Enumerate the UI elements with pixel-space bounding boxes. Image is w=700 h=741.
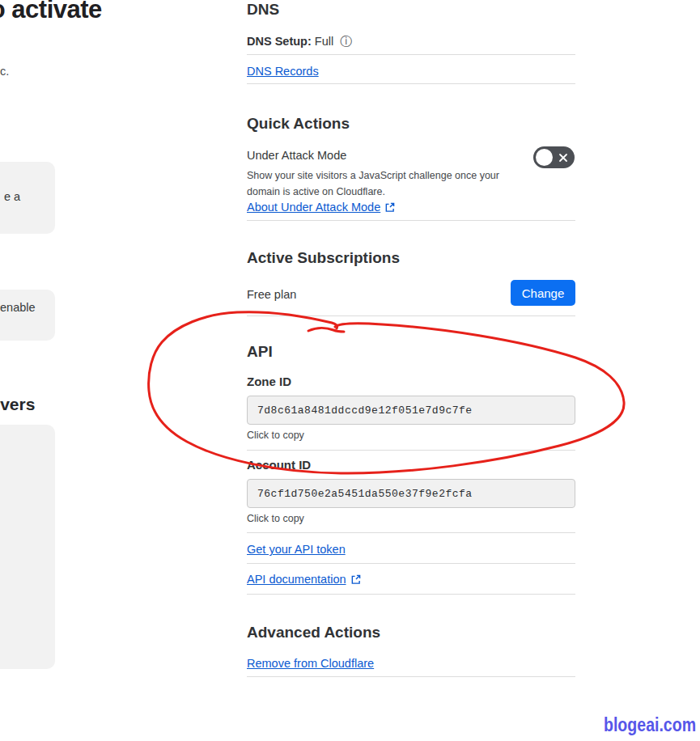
under-attack-mode-description: Show your site visitors a JavaScript cha…	[247, 167, 499, 200]
divider	[247, 220, 575, 221]
zone-id-copy-hint: Click to copy	[247, 430, 304, 441]
left-info-card: e a	[0, 162, 55, 234]
divider	[247, 450, 575, 451]
account-id-copy-hint: Click to copy	[247, 513, 304, 524]
zone-id-value-box[interactable]: 7d8c61a8481ddccd9e12f051e7d9c7fe	[247, 396, 575, 425]
info-icon[interactable]: ⓘ	[340, 34, 352, 48]
divider	[247, 54, 575, 55]
under-attack-mode-label: Under Attack Mode	[247, 149, 346, 162]
remove-from-cloudflare-link[interactable]: Remove from Cloudflare	[247, 657, 374, 670]
under-attack-mode-toggle[interactable]	[533, 146, 575, 168]
account-id-value-box[interactable]: 76cf1d750e2a5451da550e37f9e2fcfa	[247, 479, 575, 508]
account-id-value: 76cf1d750e2a5451da550e37f9e2fcfa	[248, 488, 473, 500]
api-documentation-link[interactable]: API documentation	[247, 573, 361, 586]
dns-setup-label: DNS Setup:	[247, 35, 312, 48]
api-section-title: API	[247, 343, 273, 361]
account-id-label: Account ID	[247, 458, 311, 472]
about-under-attack-mode-label: About Under Attack Mode	[247, 201, 380, 214]
dns-setup-row: DNS Setup: Full ⓘ	[247, 34, 352, 49]
divider	[247, 315, 575, 316]
page-title-fragment: to activate	[0, 0, 102, 24]
dns-records-link-label: DNS Records	[247, 65, 319, 78]
left-card-text-fragment: e a	[4, 190, 20, 203]
about-under-attack-mode-link[interactable]: About Under Attack Mode	[247, 201, 395, 214]
left-text-fragment: c.	[0, 65, 9, 78]
divider	[247, 676, 575, 677]
watermark: blogeai.com	[604, 714, 696, 736]
remove-from-cloudflare-label: Remove from Cloudflare	[247, 657, 374, 670]
active-subscriptions-section-title: Active Subscriptions	[247, 249, 400, 267]
api-documentation-label: API documentation	[247, 573, 346, 586]
toggle-knob	[536, 149, 553, 166]
quick-actions-section-title: Quick Actions	[247, 115, 350, 133]
change-plan-button[interactable]: Change	[511, 280, 575, 306]
left-info-card	[0, 425, 55, 669]
external-link-icon	[384, 202, 395, 213]
toggle-off-x-icon	[558, 153, 568, 163]
dns-records-link[interactable]: DNS Records	[247, 65, 319, 78]
get-api-token-label: Get your API token	[247, 543, 346, 556]
divider	[247, 532, 575, 533]
zone-id-value: 7d8c61a8481ddccd9e12f051e7d9c7fe	[248, 404, 473, 417]
plan-name: Free plan	[247, 288, 296, 301]
get-api-token-link[interactable]: Get your API token	[247, 543, 346, 556]
divider	[247, 594, 575, 595]
left-heading-fragment: rvers	[0, 395, 35, 414]
left-info-card: enable	[0, 290, 55, 341]
left-card-text-fragment: enable	[0, 301, 36, 314]
dns-section-title: DNS	[247, 1, 279, 19]
advanced-actions-section-title: Advanced Actions	[247, 624, 380, 641]
dns-setup-value: Full	[315, 35, 333, 48]
external-link-icon	[350, 574, 361, 585]
settings-column: DNS DNS Setup: Full ⓘ DNS Records Quick …	[247, 0, 575, 696]
divider	[247, 83, 575, 84]
divider	[247, 563, 575, 564]
zone-id-label: Zone ID	[247, 375, 291, 388]
